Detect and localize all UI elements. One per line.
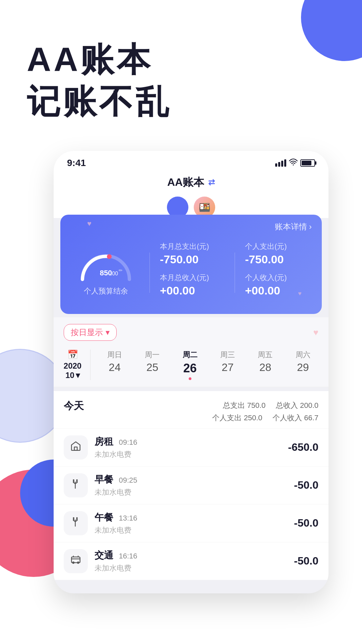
calendar-day[interactable]: 周六 29 — [291, 350, 315, 380]
svg-point-1 — [107, 254, 112, 259]
calendar-month: 10 ▾ — [65, 371, 80, 380]
svg-point-0 — [293, 164, 294, 165]
calendar-row: 📅 2020 10 ▾ 周日 24 周一 25 周二 26 周三 27 周五 2… — [54, 344, 328, 387]
transactions-today-label: 今天 — [64, 399, 84, 413]
hero-title-1: AA账本 — [27, 40, 335, 79]
trans-sub: 未加水电费 — [95, 449, 281, 460]
stats-col-left: 本月总支出(元) -750.00 本月总收入(元) +00.00 — [160, 241, 225, 304]
trans-name: 交通 — [95, 550, 113, 560]
trans-icon-wrap — [64, 549, 88, 573]
transactions-header: 今天 总支出 750.0 总收入 200.0 个人支出 250.0 个人收入 6… — [54, 391, 328, 428]
trans-icon-wrap — [64, 511, 88, 535]
trans-icon — [70, 478, 81, 492]
personal-expense-row: 个人支出(元) -750.00 — [245, 241, 310, 266]
total-expense-row: 本月总支出(元) -750.00 — [160, 241, 225, 266]
calendar-year: 2020 — [64, 361, 81, 371]
calendar-icon: 📅 — [67, 350, 78, 360]
trans-icon-wrap — [64, 473, 88, 497]
trans-info: 交通 16:16 未加水电费 — [95, 549, 287, 573]
gauge-svg: 850 .00 ✏ — [76, 249, 136, 283]
date-filter-bar: 按日显示 ▾ ♥ — [54, 317, 328, 344]
heart-decor-filter: ♥ — [313, 327, 318, 338]
trans-info: 房租 09:16 未加水电费 — [95, 435, 281, 460]
svg-text:.00: .00 — [111, 271, 118, 276]
transactions-section: 今天 总支出 750.0 总收入 200.0 个人支出 250.0 个人收入 6… — [54, 391, 328, 580]
svg-text:850: 850 — [100, 269, 112, 277]
stats-card-body: 850 .00 ✏ 个人预算结余 本月总支出(元) -750.00 本月总收入(… — [72, 241, 310, 304]
transaction-item[interactable]: 午餐 13:16 未加水电费 -50.0 — [54, 504, 328, 542]
calendar-day[interactable]: 周一 25 — [140, 350, 164, 380]
status-bar: 9:41 — [54, 151, 328, 172]
date-filter-button[interactable]: 按日显示 ▾ — [64, 324, 117, 341]
trans-sub: 未加水电费 — [95, 563, 287, 573]
app-title: AA账本 — [167, 175, 204, 190]
battery-icon — [300, 159, 315, 167]
calendar-day[interactable]: 周五 28 — [253, 350, 277, 380]
transaction-item[interactable]: 房租 09:16 未加水电费 -650.0 — [54, 428, 328, 466]
trans-icon — [70, 440, 81, 454]
trans-info: 早餐 09:25 未加水电费 — [95, 473, 287, 497]
trans-amount: -50.0 — [294, 555, 318, 567]
trans-amount: -650.0 — [288, 441, 318, 453]
status-icons — [275, 158, 315, 168]
hero-title-2: 记账不乱 — [27, 82, 335, 121]
hero-section: AA账本 记账不乱 — [0, 0, 362, 141]
gauge-section: 850 .00 ✏ 个人预算结余 — [72, 249, 139, 296]
trans-sub: 未加水电费 — [95, 525, 287, 535]
trans-time: 09:16 — [119, 438, 137, 446]
trans-icon-wrap — [64, 435, 88, 460]
gauge-label: 个人预算结余 — [84, 286, 128, 296]
trans-name: 午餐 — [95, 512, 113, 523]
transactions-summary: 总支出 750.0 总收入 200.0 个人支出 250.0 个人收入 66.7 — [212, 399, 318, 424]
trans-amount: -50.0 — [294, 479, 318, 491]
trans-time: 16:16 — [119, 552, 137, 560]
trans-sub: 未加水电费 — [95, 487, 287, 497]
signal-icon — [275, 159, 286, 167]
svg-text:✏: ✏ — [119, 268, 123, 273]
calendar-year-month[interactable]: 📅 2020 10 ▾ — [60, 350, 90, 380]
trans-name: 房租 — [95, 436, 113, 447]
app-header: AA账本 ⇄ — [54, 172, 328, 197]
total-income-row: 本月总收入(元) +00.00 — [160, 273, 225, 297]
trans-time: 13:16 — [119, 514, 137, 522]
trans-name: 早餐 — [95, 474, 113, 485]
wifi-icon — [289, 158, 298, 168]
calendar-day[interactable]: 周三 27 — [216, 350, 240, 380]
transaction-items: 房租 09:16 未加水电费 -650.0 早餐 09:25 未加水电费 -50… — [54, 428, 328, 580]
exchange-icon[interactable]: ⇄ — [208, 178, 215, 187]
heart-decor-1: ♥ — [87, 219, 92, 228]
stats-card-detail[interactable]: 账本详情 › — [275, 221, 312, 232]
trans-icon — [70, 554, 81, 568]
stats-divider — [149, 253, 150, 293]
calendar-days: 周日 24 周一 25 周二 26 周三 27 周五 28 周六 29 — [96, 350, 322, 380]
phone-mockup: 9:41 AA账本 ⇄ — [54, 151, 328, 593]
trans-time: 09:25 — [119, 476, 137, 484]
trans-amount: -50.0 — [294, 517, 318, 529]
transaction-item[interactable]: 交通 16:16 未加水电费 -50.0 — [54, 542, 328, 580]
trans-info: 午餐 13:16 未加水电费 — [95, 511, 287, 535]
calendar-day[interactable]: 周日 24 — [103, 350, 127, 380]
calendar-day[interactable]: 周二 26 — [178, 350, 202, 380]
stats-card: ♥ ♥ 账本详情 › 850 .00 ✏ — [60, 215, 322, 314]
transaction-item[interactable]: 早餐 09:25 未加水电费 -50.0 — [54, 466, 328, 504]
status-time: 9:41 — [67, 158, 86, 168]
trans-icon — [70, 516, 81, 530]
svg-rect-5 — [74, 447, 77, 450]
heart-decor-2: ♥ — [298, 290, 302, 297]
stats-divider-2 — [235, 253, 235, 293]
